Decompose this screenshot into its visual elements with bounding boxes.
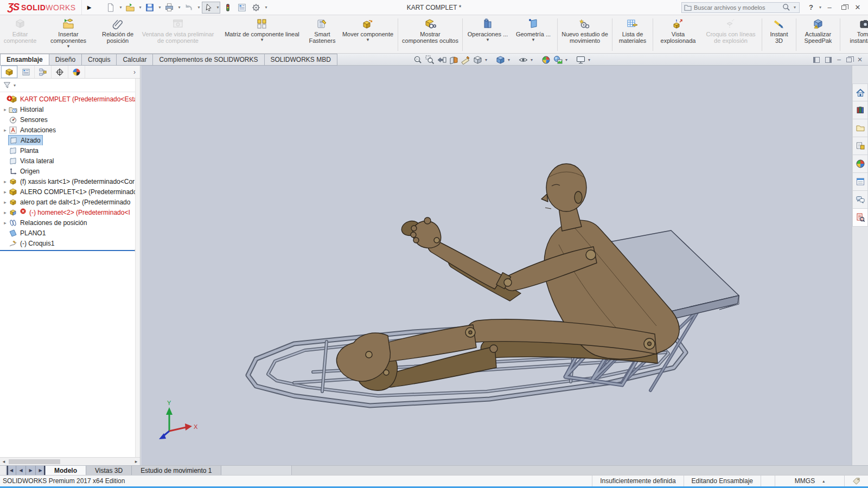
units-selector[interactable]: MMGS ▴	[775, 476, 844, 486]
tab-croquis[interactable]: Croquis	[82, 54, 117, 66]
doc-minimize-icon[interactable]: –	[837, 56, 841, 63]
design-library-icon[interactable]	[852, 101, 868, 119]
caret-down-icon[interactable]: ▾	[487, 37, 489, 43]
caret-down-icon[interactable]: ▾	[196, 5, 201, 10]
display-style-icon[interactable]	[496, 55, 505, 65]
apply-scene-icon[interactable]	[553, 55, 563, 65]
hide-show-items-icon[interactable]	[519, 55, 528, 65]
solidworks-resources-home-icon[interactable]	[852, 84, 868, 101]
scroll-left-icon[interactable]: ◂	[0, 459, 8, 464]
open-icon[interactable]	[124, 2, 137, 14]
last-tab-button[interactable]: ▶	[36, 466, 46, 475]
caret-down-icon[interactable]: ▾	[118, 5, 123, 10]
select-cursor-icon[interactable]	[202, 2, 215, 14]
update-speedpak-button[interactable]: Actualizar SpeedPak	[798, 17, 838, 53]
graphics-viewport[interactable]: Y X	[141, 66, 852, 465]
dock-left-icon[interactable]	[813, 57, 820, 63]
tab-vistas-3d[interactable]: Vistas 3D	[86, 466, 132, 475]
expand-arrow-icon[interactable]: ▸	[2, 189, 9, 195]
tree-item-alzado[interactable]: Alzado	[0, 135, 140, 145]
custom-properties-icon[interactable]	[852, 173, 868, 191]
print-icon[interactable]	[163, 2, 176, 14]
view-orientation-icon[interactable]	[473, 55, 482, 65]
tab-complementos[interactable]: Complementos de SOLIDWORKS	[153, 54, 264, 66]
caret-down-icon[interactable]: ▾	[531, 57, 533, 62]
tab-ensamblaje[interactable]: Ensamblaje	[0, 54, 49, 66]
panel-flyout-chevron[interactable]: ›	[133, 68, 136, 76]
caret-down-icon[interactable]: ▾	[177, 5, 181, 10]
tab-diseno[interactable]: Diseño	[49, 54, 82, 66]
panel-vertical-scrollbar[interactable]	[135, 79, 140, 457]
previous-view-icon[interactable]	[437, 55, 446, 65]
search-icon[interactable]	[782, 3, 790, 11]
expand-arrow-icon[interactable]: ▸	[2, 127, 9, 133]
configurationmanager-tab-icon[interactable]	[35, 66, 52, 78]
tab-estudio-movimiento[interactable]: Estudio de movimiento 1	[132, 466, 221, 475]
caret-down-icon[interactable]: ▾	[261, 37, 264, 43]
propertymanager-tab-icon[interactable]	[18, 66, 35, 78]
minimize-button[interactable]: –	[822, 1, 837, 14]
view-palette-icon[interactable]	[852, 137, 868, 155]
tree-item-plano1[interactable]: PLANO1	[0, 228, 140, 238]
featuremanager-tab-icon[interactable]	[1, 66, 18, 78]
tree-item-origen[interactable]: Origen	[0, 166, 140, 176]
tree-item-root[interactable]: KART COMPLET (Predeterminado<Esta	[0, 94, 140, 104]
selected-tree-item[interactable]: Alzado	[9, 136, 42, 145]
tree-filter-row[interactable]: ▾	[0, 79, 140, 92]
file-properties-icon[interactable]	[235, 2, 248, 14]
first-tab-button[interactable]: ◀	[7, 466, 16, 475]
caret-down-icon[interactable]: ▾	[588, 57, 590, 62]
tree-item-xassis-kart[interactable]: ▸ (f) xassis kart<1> (Predeterminado<Cor	[0, 176, 140, 187]
doc-close-icon[interactable]: ✕	[857, 56, 863, 63]
caret-down-icon[interactable]: ▾	[367, 37, 369, 43]
save-icon[interactable]	[143, 2, 156, 14]
caret-down-icon[interactable]: ▾	[138, 5, 142, 10]
select-tool[interactable]: ▾	[202, 2, 220, 14]
caret-down-icon[interactable]: ▾	[12, 83, 17, 88]
rebuild-icon[interactable]	[221, 2, 234, 14]
mate-button[interactable]: Relación de posición	[99, 17, 137, 53]
caret-down-icon[interactable]: ▾	[264, 5, 268, 10]
tree-item-anotaciones[interactable]: ▸ Anotaciones	[0, 125, 140, 135]
move-component-button[interactable]: Mover componente ▾	[340, 17, 396, 53]
bill-of-materials-button[interactable]: Lista de materiales	[614, 17, 651, 53]
close-button[interactable]: ✕	[851, 1, 865, 14]
caret-down-icon[interactable]: ▾	[818, 5, 822, 10]
instant-3d-button[interactable]: Instant 3D	[764, 17, 794, 53]
expand-arrow-icon[interactable]: ▸	[2, 220, 9, 226]
tree-item-relaciones[interactable]: ▸ Relaciones de posición	[0, 217, 140, 228]
menu-expand-arrow[interactable]: ▶	[82, 4, 97, 10]
doc-restore-icon[interactable]	[846, 57, 852, 62]
tag-button[interactable]	[844, 476, 868, 486]
file-explorer-icon[interactable]	[852, 119, 868, 137]
edit-appearance-icon[interactable]	[541, 55, 551, 65]
appearances-scenes-icon[interactable]	[852, 155, 868, 173]
panel-horizontal-scrollbar[interactable]: ◂ ▸	[0, 457, 140, 465]
tree-item-homenet[interactable]: ▸ (-) homenet<2> (Predeterminado<I	[0, 207, 140, 217]
take-snapshot-button[interactable]: Tomar instantánea	[842, 17, 868, 53]
exploded-view-button[interactable]: Vista explosionada	[655, 17, 701, 53]
search-input[interactable]	[694, 4, 780, 11]
caret-down-icon[interactable]: ▾	[508, 57, 510, 62]
new-motion-study-button[interactable]: Nuevo estudio de movimiento	[559, 17, 610, 53]
caret-down-icon[interactable]: ▾	[485, 57, 487, 62]
previous-tab-button[interactable]: ◀	[16, 466, 26, 475]
forum-icon[interactable]	[852, 191, 868, 209]
scrollbar-thumb[interactable]	[9, 459, 60, 464]
tree-item-alero-part[interactable]: ▸ alero part de dalt<1> (Predeterminado	[0, 197, 140, 207]
section-view-icon[interactable]	[449, 55, 458, 65]
rollback-bar[interactable]	[0, 250, 140, 251]
scroll-right-icon[interactable]: ▸	[132, 459, 140, 464]
dock-right-icon[interactable]	[825, 57, 832, 63]
tree-item-historial[interactable]: ▸ Historial	[0, 104, 140, 114]
tab-modelo[interactable]: Modelo	[46, 466, 86, 475]
caret-down-icon[interactable]: ▾	[157, 5, 162, 10]
reference-geometry-button[interactable]: Geometría ... ▾	[511, 17, 556, 53]
help-button[interactable]: ?	[804, 1, 818, 14]
measure-icon[interactable]	[461, 55, 470, 65]
options-gear-icon[interactable]	[250, 2, 263, 14]
expand-arrow-icon[interactable]: ▸	[2, 210, 9, 215]
dimxpert-tab-icon[interactable]	[52, 66, 68, 78]
linear-pattern-button[interactable]: Matriz de componente lineal ▾	[219, 17, 305, 53]
tree-item-alero-complet[interactable]: ▸ ALERO COMPLET<1> (Predeterminado	[0, 187, 140, 197]
